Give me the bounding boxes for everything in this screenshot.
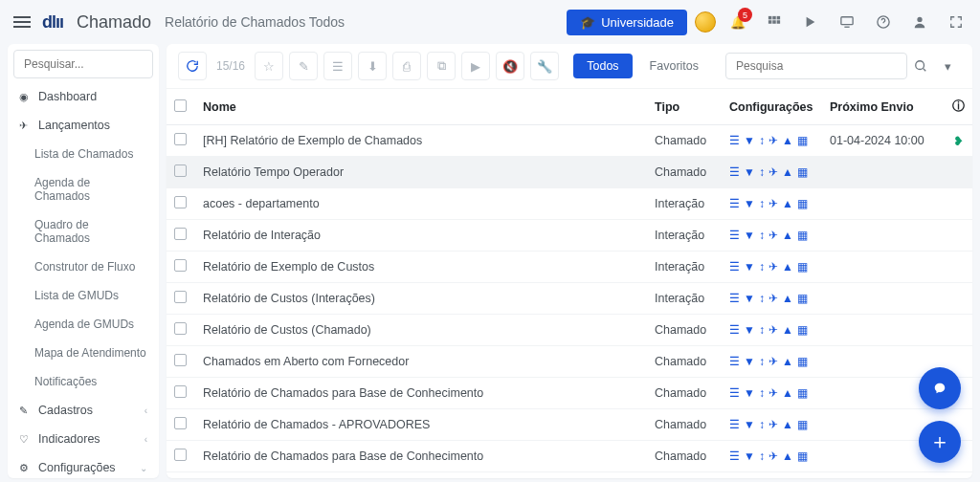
user-cfg-icon[interactable]: ▲ — [782, 418, 793, 431]
grid-icon[interactable]: ▦ — [797, 323, 808, 337]
sidebar-item[interactable]: Quadro de Chamados — [8, 210, 159, 252]
sidebar-item[interactable]: Lista de Chamados — [8, 140, 159, 168]
sidebar-item[interactable]: ◉Dashboard — [8, 82, 159, 111]
list-icon[interactable]: ☰ — [729, 229, 740, 242]
table-row[interactable]: Chamados em Aberto com Fornecedor Chamad… — [167, 346, 972, 378]
row-checkbox[interactable] — [174, 322, 187, 335]
filter-icon[interactable]: ▼ — [744, 292, 755, 305]
dropdown-button[interactable]: ▾ — [934, 53, 961, 79]
sort-icon[interactable]: ↕ — [759, 323, 765, 337]
notifications-button[interactable]: 🔔 5 — [729, 13, 746, 31]
list-icon[interactable]: ☰ — [729, 386, 740, 400]
grid-icon[interactable]: ▦ — [797, 292, 808, 305]
filter-tab[interactable]: Favoritos — [636, 54, 712, 78]
sort-icon[interactable]: ↕ — [759, 292, 765, 305]
table-row[interactable]: Relatório de Custos (Chamado) Chamado ☰▼… — [167, 315, 972, 346]
list-icon[interactable]: ☰ — [729, 418, 740, 431]
list-icon[interactable]: ☰ — [729, 323, 740, 337]
monitor-icon[interactable] — [838, 13, 856, 31]
select-all-checkbox[interactable] — [174, 99, 187, 112]
sidebar-item[interactable]: ⚙Configurações⌄ — [8, 453, 159, 478]
filter-icon[interactable]: ▼ — [744, 134, 755, 147]
copy-button[interactable]: ⧉ — [427, 52, 456, 80]
university-button[interactable]: 🎓 Universidade — [567, 10, 687, 35]
filter-icon[interactable]: ▼ — [744, 323, 755, 337]
send-icon[interactable]: ✈ — [768, 292, 778, 305]
row-checkbox[interactable] — [174, 291, 187, 303]
coin-icon[interactable] — [695, 11, 716, 33]
sidebar-item[interactable]: Notificações — [8, 367, 159, 396]
header-envio[interactable]: Próximo Envio — [822, 89, 945, 125]
search-button[interactable] — [907, 53, 934, 79]
table-row[interactable]: acoes - departamento Interação ☰▼↕✈▲▦ — [167, 188, 972, 220]
sidebar-item[interactable]: Mapa de Atendimento — [8, 339, 159, 367]
tool-button[interactable]: 🔧 — [530, 52, 559, 80]
apps-icon[interactable] — [766, 13, 783, 31]
user-cfg-icon[interactable]: ▲ — [782, 229, 793, 242]
send-icon[interactable]: ✈ — [768, 197, 778, 210]
download-button[interactable]: ⬇ — [358, 52, 387, 80]
sort-icon[interactable]: ↕ — [759, 449, 765, 463]
table-search-input[interactable] — [725, 53, 907, 79]
row-checkbox[interactable] — [174, 259, 187, 272]
grid-icon[interactable]: ▦ — [797, 134, 808, 147]
send-icon[interactable]: ✈ — [768, 260, 778, 274]
row-checkbox[interactable] — [174, 449, 187, 461]
filter-icon[interactable]: ▼ — [744, 449, 755, 463]
list-icon[interactable]: ☰ — [729, 134, 740, 147]
row-checkbox[interactable] — [174, 228, 187, 240]
list-icon[interactable]: ☰ — [729, 292, 740, 305]
play-icon[interactable] — [802, 13, 819, 31]
table-row[interactable]: Relatório de Chamados - APROVADORES Cham… — [167, 409, 972, 441]
header-config[interactable]: Configurações — [722, 89, 822, 125]
send-icon[interactable]: ✈ — [768, 134, 778, 147]
row-checkbox[interactable] — [174, 133, 187, 145]
filter-icon[interactable]: ▼ — [744, 165, 755, 179]
row-checkbox[interactable] — [174, 417, 187, 429]
chat-fab[interactable] — [919, 367, 961, 409]
sidebar-item[interactable]: Agenda de Chamados — [8, 168, 159, 210]
row-checkbox[interactable] — [174, 354, 187, 366]
refresh-button[interactable] — [178, 52, 207, 80]
table-row[interactable]: Relatório Tempo Operador Chamado ☰▼↕✈▲▦ — [167, 157, 972, 188]
table-row[interactable]: Relatório de Chamados para Base de Conhe… — [167, 378, 972, 409]
grid-icon[interactable]: ▦ — [797, 165, 808, 179]
filter-icon[interactable]: ▼ — [744, 229, 755, 242]
list-icon[interactable]: ☰ — [729, 355, 740, 368]
list-icon[interactable]: ☰ — [729, 165, 740, 179]
sidebar-search-input[interactable] — [13, 50, 153, 78]
grid-icon[interactable]: ▦ — [797, 355, 808, 368]
sort-icon[interactable]: ↕ — [759, 260, 765, 274]
filter-icon[interactable]: ▼ — [744, 355, 755, 368]
user-cfg-icon[interactable]: ▲ — [782, 260, 793, 274]
grid-icon[interactable]: ▦ — [797, 197, 808, 210]
send-icon[interactable]: ✈ — [768, 355, 778, 368]
filter-icon[interactable]: ▼ — [744, 260, 755, 274]
user-cfg-icon[interactable]: ▲ — [782, 386, 793, 400]
table-row[interactable]: Relatório de Chamados para Base de Conhe… — [167, 441, 972, 472]
sort-icon[interactable]: ↕ — [759, 386, 765, 400]
user-cfg-icon[interactable]: ▲ — [782, 165, 793, 179]
row-checkbox[interactable] — [174, 196, 187, 208]
sort-icon[interactable]: ↕ — [759, 165, 765, 179]
sidebar-item[interactable]: Agenda de GMUDs — [8, 310, 159, 339]
table-row[interactable]: Relatório de Interação Interação ☰▼↕✈▲▦ — [167, 472, 972, 479]
table-row[interactable]: [RH] Relatório de Exemplo de Chamados Ch… — [167, 125, 972, 157]
send-icon[interactable]: ✈ — [768, 386, 778, 400]
sort-icon[interactable]: ↕ — [759, 229, 765, 242]
sort-icon[interactable]: ↕ — [759, 197, 765, 210]
filter-tab[interactable]: Todos — [573, 54, 632, 78]
sidebar-item[interactable]: ✎Cadastros‹ — [8, 396, 159, 425]
user-cfg-icon[interactable]: ▲ — [782, 323, 793, 337]
user-cfg-icon[interactable]: ▲ — [782, 355, 793, 368]
user-cfg-icon[interactable]: ▲ — [782, 449, 793, 463]
menu-toggle[interactable] — [10, 12, 34, 32]
list-button[interactable]: ☰ — [323, 52, 352, 80]
filter-icon[interactable]: ▼ — [744, 386, 755, 400]
sort-icon[interactable]: ↕ — [759, 418, 765, 431]
sidebar-item[interactable]: ♡Indicadores‹ — [8, 425, 159, 453]
grid-icon[interactable]: ▦ — [797, 449, 808, 463]
table-row[interactable]: Relatório de Exemplo de Custos Interação… — [167, 252, 972, 283]
add-fab[interactable]: ＋ — [919, 421, 961, 463]
row-checkbox[interactable] — [174, 164, 187, 177]
